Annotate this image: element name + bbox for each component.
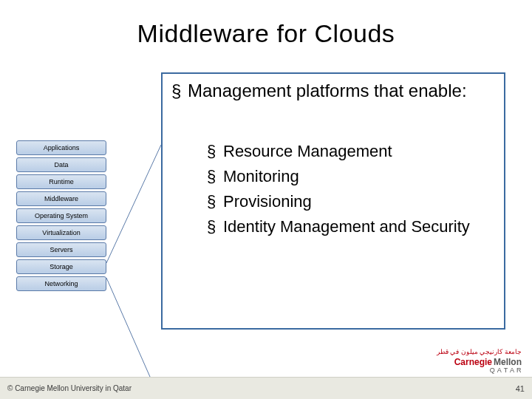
page-number: 41 <box>516 384 525 393</box>
stack-layer: Storage <box>16 259 106 274</box>
list-item: § Resource Management <box>207 139 470 164</box>
stack-layer: Operating System <box>16 208 106 223</box>
list-item: § Provisioning <box>207 189 470 214</box>
stack-layer: Runtime <box>16 174 106 189</box>
bullet-marker-icon: § <box>207 139 223 164</box>
slide-title: Middleware for Clouds <box>0 0 532 48</box>
lead-bullet: §Management platforms that enable: <box>171 80 498 102</box>
list-item: § Monitoring <box>207 164 470 189</box>
content-box: §Management platforms that enable: § Res… <box>161 72 505 330</box>
list-item-label: Resource Management <box>223 139 392 164</box>
list-item-label: Monitoring <box>223 164 299 189</box>
lead-bullet-text: Management platforms that enable: <box>188 80 491 102</box>
stack-layer: Middleware <box>16 191 106 206</box>
university-logo: جامعة كارنيجي ميلون في قطر CarnegieMello… <box>437 349 522 374</box>
list-item: § Identity Management and Security <box>207 214 470 239</box>
logo-word-carnegie: Carnegie <box>454 357 492 367</box>
logo-arabic: جامعة كارنيجي ميلون في قطر <box>437 349 522 355</box>
sub-bullet-list: § Resource Management § Monitoring § Pro… <box>207 139 470 239</box>
stack-layer: Data <box>16 157 106 172</box>
list-item-label: Provisioning <box>223 189 312 214</box>
logo-qatar: Q A T A R <box>437 367 522 374</box>
bullet-marker-icon: § <box>207 189 223 214</box>
bullet-marker-icon: § <box>207 214 223 239</box>
stack-layer: Networking <box>16 276 106 291</box>
logo-word-mellon: Mellon <box>494 357 522 367</box>
list-item-label: Identity Management and Security <box>223 214 470 239</box>
stack-layer: Virtualization <box>16 225 106 240</box>
stack-layer: Applications <box>16 140 106 155</box>
footer-bar: © Carnegie Mellon University in Qatar 41 <box>0 377 532 399</box>
bullet-marker-icon: § <box>171 80 188 102</box>
bullet-marker-icon: § <box>207 164 223 189</box>
svg-line-0 <box>106 145 161 263</box>
stack-layer: Servers <box>16 242 106 257</box>
copyright-text: © Carnegie Mellon University in Qatar <box>7 384 132 392</box>
layer-stack: Applications Data Runtime Middleware Ope… <box>16 140 106 293</box>
